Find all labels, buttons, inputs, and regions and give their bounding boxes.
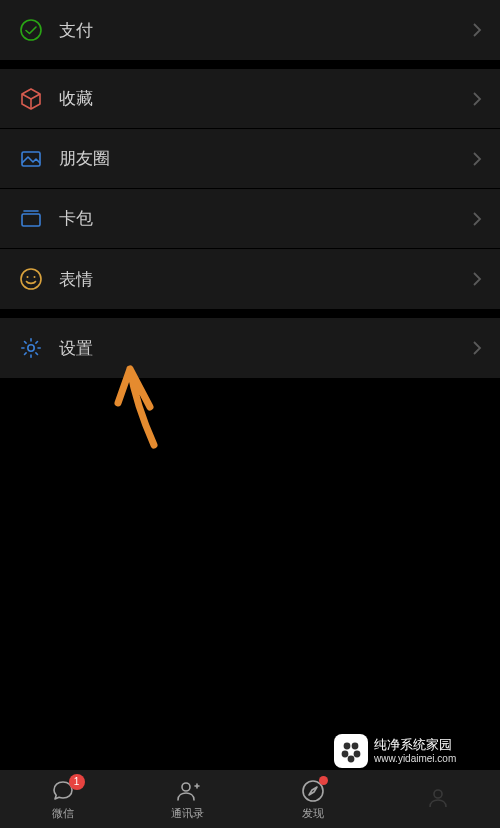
badge-count: 1 [69,774,85,790]
menu-item-favorites[interactable]: 收藏 [0,69,500,129]
gear-icon [18,335,44,361]
chevron-right-icon [472,271,482,287]
pay-icon [18,17,44,43]
tab-label: 发现 [302,806,324,821]
tab-bar: 1 微信 通讯录 发现 [0,770,500,828]
chevron-right-icon [472,340,482,356]
contacts-icon [175,778,201,804]
badge-dot [319,776,328,785]
tab-discover[interactable]: 发现 [250,770,375,828]
watermark-url: www.yidaimei.com [374,753,456,765]
menu-item-label: 收藏 [59,87,472,110]
chevron-right-icon [472,151,482,167]
tab-wechat[interactable]: 1 微信 [0,770,125,828]
watermark: 纯净系统家园 www.yidaimei.com [334,734,494,768]
menu-item-stickers[interactable]: 表情 [0,249,500,309]
svg-point-3 [21,269,41,289]
svg-point-8 [352,743,359,750]
smile-icon [18,266,44,292]
compass-icon [300,778,326,804]
tab-label: 通讯录 [171,806,204,821]
svg-point-7 [344,743,351,750]
svg-rect-2 [22,214,40,226]
menu-item-label: 卡包 [59,207,472,230]
menu-item-cards[interactable]: 卡包 [0,189,500,249]
menu-item-moments[interactable]: 朋友圈 [0,129,500,189]
menu-item-pay[interactable]: 支付 [0,0,500,60]
svg-point-11 [348,756,355,763]
chevron-right-icon [472,91,482,107]
menu-item-settings[interactable]: 设置 [0,318,500,378]
watermark-title: 纯净系统家园 [374,738,456,753]
menu-item-label: 表情 [59,268,472,291]
svg-point-4 [27,276,29,278]
menu-list: 支付 收藏 [0,0,500,770]
svg-point-9 [342,751,349,758]
menu-item-label: 设置 [59,337,472,360]
card-icon [18,206,44,232]
cube-icon [18,86,44,112]
svg-point-12 [182,783,190,791]
tab-label: 微信 [52,806,74,821]
svg-point-0 [21,20,41,40]
chevron-right-icon [472,211,482,227]
menu-item-label: 朋友圈 [59,147,472,170]
chevron-right-icon [472,22,482,38]
svg-point-10 [354,751,361,758]
tab-me[interactable] [375,770,500,828]
tab-contacts[interactable]: 通讯录 [125,770,250,828]
menu-item-label: 支付 [59,19,472,42]
watermark-logo-icon [334,734,368,768]
me-icon [425,785,451,811]
photo-icon [18,146,44,172]
svg-point-14 [434,790,442,798]
chat-icon: 1 [50,778,76,804]
svg-point-5 [34,276,36,278]
svg-point-6 [28,345,34,351]
